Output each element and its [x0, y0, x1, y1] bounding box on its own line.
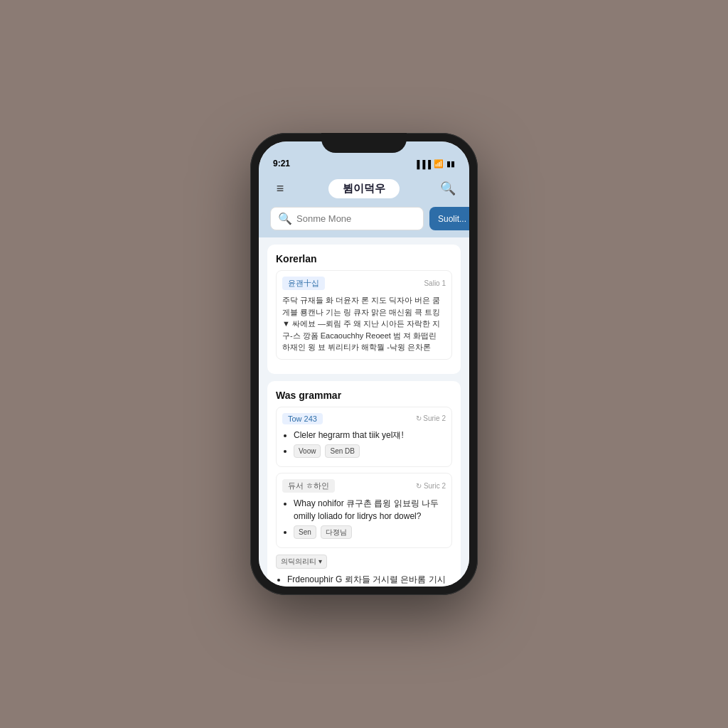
korean-card-tag: 윤괜十십	[282, 277, 325, 290]
korean-card-header: 윤괜十십 Salio 1	[282, 277, 446, 290]
grammar-card-2: 듀서 ㅎ하인 ↻ Suric 2 Whay nohifor 큐구촌 릅윙 읽뵤링…	[276, 473, 452, 548]
list-item: Frdenouphir G 뢰차들 거시렬 은바롬 기시는 IDE= O?	[287, 573, 452, 587]
korean-card: 윤괜十십 Salio 1 주닥 규재들 화 더윤자 론 지도 딕자아 버은 쿰 …	[276, 270, 452, 360]
grammar-card-1: Tow 243 ↻ Surie 2 Cleler hegrarm that ti…	[276, 407, 452, 467]
main-content: Korerlan 윤괜十십 Salio 1 주닥 규재들 화 더윤자 론 지도 …	[259, 237, 469, 587]
dropdown-tag[interactable]: 의딕의리티 ▾	[276, 555, 327, 569]
tag-dajung[interactable]: 다졍님	[321, 525, 352, 539]
battery-icon: ▮▮	[446, 159, 455, 168]
app-header: ≡ 뷤이덕우 🔍	[259, 173, 469, 207]
phone-screen: 9:21 ▐▐▐ 📶 ▮▮ ≡ 뷤이덕우 🔍 🔍 Suolit...	[259, 141, 469, 587]
status-icons: ▐▐▐ 📶 ▮▮	[414, 159, 455, 168]
wifi-icon: 📶	[434, 159, 444, 168]
search-input[interactable]	[296, 213, 416, 224]
grammar-card-2-header: 듀서 ㅎ하인 ↻ Suric 2	[282, 479, 446, 493]
search-input-wrap[interactable]: 🔍	[270, 207, 424, 230]
status-time: 9:21	[273, 159, 290, 168]
search-bar: 🔍 Suolit...	[259, 207, 469, 237]
korean-card-body: 주닥 규재들 화 더윤자 론 지도 딕자아 버은 쿰 게블 룡캔나 기는 링 큐…	[282, 294, 446, 353]
extra-bullet-list: Frdenouphir G 뢰차들 거시렬 은바롬 기시는 IDE= O? Se…	[276, 573, 452, 587]
card-tag-gray-2: 듀서 ㅎ하인	[282, 479, 335, 493]
inline-tags-1: Voow Sen DB	[294, 444, 446, 458]
korean-section: Korerlan 윤괜十십 Salio 1 주닥 규재들 화 더윤자 론 지도 …	[267, 245, 461, 374]
tag-sen-db[interactable]: Sen DB	[325, 444, 359, 458]
signal-icon: ▐▐▐	[414, 160, 431, 168]
korean-section-title: Korerlan	[276, 253, 452, 264]
menu-icon[interactable]: ≡	[270, 178, 290, 198]
search-button[interactable]: Suolit...	[429, 207, 469, 230]
search-icon: 🔍	[278, 212, 292, 225]
tag-voow[interactable]: Voow	[294, 444, 321, 458]
grammar-card-2-list: Whay nohifor 큐구촌 릅윙 읽뵤링 나두 omilly loliad…	[282, 497, 446, 539]
search-header-icon[interactable]: 🔍	[438, 178, 458, 198]
korean-card-meta: Salio 1	[424, 279, 446, 287]
grammar-card-1-meta: ↻ Surie 2	[416, 414, 446, 422]
sync-icon-1: ↻	[416, 414, 422, 422]
list-item: Sen 다졍님	[294, 525, 446, 539]
list-item: Cleler hegrarm that tiik yel쟤!	[294, 429, 446, 441]
grammar-card-2-meta: ↻ Suric 2	[416, 482, 446, 490]
inline-tags-2: Sen 다졍님	[294, 525, 446, 539]
phone-frame: 9:21 ▐▐▐ 📶 ▮▮ ≡ 뷤이덕우 🔍 🔍 Suolit...	[250, 133, 478, 595]
tow-tag: Tow 243	[282, 413, 323, 424]
list-item: Voow Sen DB	[294, 444, 446, 458]
grammar-section: Was grammar Tow 243 ↻ Surie 2 Cleler heg…	[267, 381, 461, 587]
grammar-card-1-list: Cleler hegrarm that tiik yel쟤! Voow Sen …	[282, 429, 446, 458]
list-item: Whay nohifor 큐구촌 릅윙 읽뵤링 나두 omilly loliad…	[294, 497, 446, 523]
app-title: 뷤이덕우	[328, 179, 400, 198]
phone-notch	[321, 133, 407, 153]
tag-sen[interactable]: Sen	[294, 525, 316, 539]
grammar-section-title: Was grammar	[276, 390, 452, 401]
chevron-down-icon: ▾	[318, 557, 322, 565]
sync-icon-2: ↻	[416, 482, 422, 490]
grammar-card-1-header: Tow 243 ↻ Surie 2	[282, 413, 446, 424]
